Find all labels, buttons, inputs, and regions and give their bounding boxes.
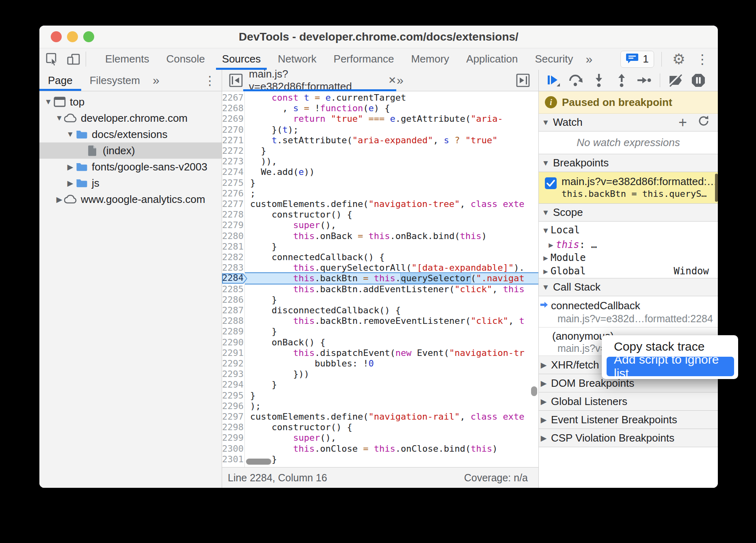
line-number[interactable]: 2283	[222, 263, 242, 273]
add-watch-icon[interactable]: +	[678, 115, 687, 130]
scope-row-global[interactable]: ▶GlobalWindow	[539, 264, 718, 278]
settings-gear-icon[interactable]: ⚙	[672, 51, 685, 68]
section-global-listeners[interactable]: ▶Global Listeners	[539, 392, 718, 411]
code-line[interactable]: 2281}	[222, 241, 538, 252]
code-line[interactable]: 2278constructor() {	[222, 209, 538, 220]
section-csp-violation-breakpoints[interactable]: ▶CSP Violation Breakpoints	[539, 429, 718, 447]
chevron-right-icon[interactable]: ▶	[541, 267, 551, 276]
line-number[interactable]: 2298	[222, 422, 242, 433]
line-number[interactable]: 2270	[222, 125, 242, 135]
code-line[interactable]: 2274We.add(e))	[222, 167, 538, 177]
line-number[interactable]: 2289	[222, 326, 242, 337]
code-line[interactable]: 2298constructor() {	[222, 422, 538, 433]
console-messages-badge[interactable]: 1	[620, 51, 654, 68]
tab-performance[interactable]: Performance	[325, 48, 403, 70]
menu-item-add-script-to-ignore-list[interactable]: Add script to ignore list	[607, 357, 734, 376]
chevron-down-icon[interactable]: ▼	[65, 130, 75, 139]
chevron-down-icon[interactable]: ▼	[541, 226, 551, 235]
line-number[interactable]: 2292	[222, 358, 242, 369]
code-line[interactable]: 2280this.onBack = this.onBack.bind(this)	[222, 231, 538, 241]
code-line[interactable]: 2272}	[222, 146, 538, 156]
tab-filesystem[interactable]: Filesystem	[81, 70, 149, 91]
watch-section-header[interactable]: ▼ Watch +	[539, 114, 718, 131]
line-number[interactable]: 2275	[222, 178, 242, 188]
breakpoints-section-header[interactable]: ▼ Breakpoints	[539, 154, 718, 172]
inspect-icon[interactable]	[44, 51, 60, 67]
call-stack-section-header[interactable]: ▼ Call Stack	[539, 278, 718, 296]
line-number[interactable]: 2267	[222, 93, 242, 103]
code-line[interactable]: 2277customElements.define("navigation-tr…	[222, 199, 538, 209]
line-number[interactable]: 2284	[222, 273, 242, 282]
tree-item--index-[interactable]: (index)	[39, 142, 222, 159]
line-number[interactable]: 2297	[222, 412, 242, 422]
line-number[interactable]: 2290	[222, 337, 242, 348]
tree-item-docs-extensions[interactable]: ▼docs/extensions	[39, 126, 222, 142]
step-over-icon[interactable]	[566, 72, 586, 88]
code-line[interactable]: 2286}	[222, 295, 538, 305]
code-line[interactable]: 2279super(),	[222, 220, 538, 231]
line-number[interactable]: 2276	[222, 188, 242, 199]
line-number[interactable]: 2287	[222, 305, 242, 316]
tab-sources[interactable]: Sources	[214, 48, 269, 70]
step-out-icon[interactable]	[612, 72, 631, 88]
breakpoint-checkbox[interactable]	[545, 177, 557, 189]
line-number[interactable]: 2282	[222, 252, 242, 263]
hide-navigator-icon[interactable]	[229, 73, 243, 88]
line-number[interactable]: 2269	[222, 114, 242, 124]
line-number[interactable]: 2279	[222, 220, 242, 231]
line-number[interactable]: 2277	[222, 199, 242, 209]
line-number[interactable]: 2295	[222, 390, 242, 401]
line-number[interactable]: 2301	[222, 454, 242, 465]
deactivate-breakpoints-icon[interactable]	[666, 72, 685, 88]
line-number[interactable]: 2294	[222, 379, 242, 390]
code-line[interactable]: 2287disconnectedCallback() {	[222, 305, 538, 316]
line-number[interactable]: 2273	[222, 156, 242, 167]
tree-item-developer-chrome-com[interactable]: ▼developer.chrome.com	[39, 110, 222, 126]
step-icon[interactable]	[635, 72, 654, 88]
device-toolbar-icon[interactable]	[65, 51, 82, 67]
line-number[interactable]: 2268	[222, 103, 242, 114]
code-line[interactable]: 2288this.backBtn.removeEventListener("cl…	[222, 316, 538, 326]
pause-on-exceptions-icon[interactable]	[689, 72, 708, 88]
line-number[interactable]: 2272	[222, 146, 242, 156]
tab-elements[interactable]: Elements	[97, 48, 158, 70]
resume-icon[interactable]	[544, 72, 563, 88]
code-line[interactable]: 2297customElements.define("navigation-ra…	[222, 412, 538, 422]
code-line[interactable]: 2291this.dispatchEvent(new Event("naviga…	[222, 348, 538, 358]
section-event-listener-breakpoints[interactable]: ▶Event Listener Breakpoints	[539, 411, 718, 429]
vertical-scrollbar[interactable]	[531, 386, 537, 396]
code-line[interactable]: 2273)),	[222, 156, 538, 167]
chevron-down-icon[interactable]: ▼	[54, 114, 64, 123]
code-line[interactable]: 2294}	[222, 379, 538, 390]
file-tab-main-js[interactable]: main.js?v=e382d86f:formatted ✕	[243, 70, 396, 91]
more-navigator-tabs-icon[interactable]: »	[149, 70, 164, 91]
line-number[interactable]: 2300	[222, 444, 242, 454]
line-number[interactable]: 2271	[222, 135, 242, 146]
line-number[interactable]: 2288	[222, 316, 242, 326]
tree-item-js[interactable]: ▶js	[39, 175, 222, 191]
code-line[interactable]: 2267const t = e.currentTarget	[222, 93, 538, 103]
chevron-down-icon[interactable]: ▼	[43, 97, 53, 106]
code-editor[interactable]: 2266e && !We.has(e) && (e.addEventListen…	[222, 91, 538, 467]
code-line[interactable]: 2269return "true" === e.getAttribute("ar…	[222, 114, 538, 124]
chevron-right-icon[interactable]: ▶	[541, 253, 551, 262]
tab-application[interactable]: Application	[458, 48, 526, 70]
code-line[interactable]: 2282connectedCallback() {	[222, 252, 538, 263]
tree-item-www-google-analytics-com[interactable]: ▶www.google-analytics.com	[39, 191, 222, 207]
line-number[interactable]: 2286	[222, 295, 242, 305]
scope-row-module[interactable]: ▶Module	[539, 251, 718, 264]
code-line[interactable]: 2299super(),	[222, 433, 538, 443]
line-number[interactable]: 2278	[222, 209, 242, 220]
code-line[interactable]: 2268, s = !function(e) {	[222, 103, 538, 114]
show-debugger-sidebar-icon[interactable]	[516, 73, 530, 88]
line-number[interactable]: 2296	[222, 401, 242, 412]
code-line[interactable]: 2284this.backBtn = this.querySelector(".…	[222, 273, 538, 284]
scope-row-local[interactable]: ▼Local	[539, 222, 718, 238]
horizontal-scrollbar[interactable]	[246, 459, 271, 465]
step-into-icon[interactable]	[589, 72, 609, 88]
chevron-right-icon[interactable]: ▶	[546, 240, 556, 249]
code-line[interactable]: 2283this.querySelectorAll("[data-expanda…	[222, 263, 538, 273]
navigator-menu-icon[interactable]: ⋮	[200, 70, 222, 91]
line-number[interactable]: 2285	[222, 284, 242, 295]
refresh-watch-icon[interactable]	[698, 115, 710, 130]
